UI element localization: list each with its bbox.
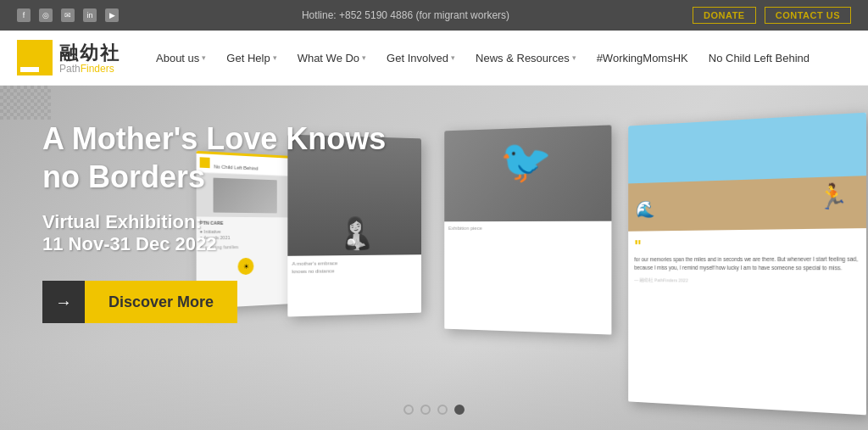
- nav-get-help[interactable]: Get Help ▾: [216, 52, 287, 64]
- nav-news[interactable]: News & Resources ▾: [465, 52, 587, 64]
- arrow-icon: →: [42, 281, 85, 323]
- hero-date: 11 Nov-31 Dec 2022: [42, 233, 398, 255]
- logo-finders-text: Finders: [81, 63, 114, 75]
- dot-4[interactable]: [454, 405, 465, 415]
- hero-title: A Mother's Love Knows no Borders: [42, 120, 398, 196]
- nav-about[interactable]: About us ▾: [146, 52, 216, 64]
- hero-section: No Child Left Behind PTN CARE ● Initiati…: [0, 86, 868, 430]
- facebook-icon[interactable]: f: [17, 8, 31, 22]
- contact-button[interactable]: CONTACT US: [765, 7, 851, 24]
- chevron-down-icon: ▾: [362, 53, 366, 62]
- hero-subtitle: Virtual Exhibition:: [42, 211, 398, 233]
- dot-1[interactable]: [403, 405, 414, 415]
- logo[interactable]: 融幼社 PathFinders: [17, 40, 120, 75]
- nav-what-we-do[interactable]: What We Do ▾: [287, 52, 376, 64]
- discover-more-button[interactable]: → Discover More: [42, 281, 398, 323]
- logo-english-text: PathFinders: [59, 63, 120, 75]
- carousel-dots[interactable]: [403, 405, 465, 415]
- donate-button[interactable]: DONATE: [693, 7, 756, 24]
- chevron-down-icon: ▾: [202, 53, 206, 62]
- hero-text-content: A Mother's Love Knows no Borders Virtual…: [42, 120, 398, 323]
- instagram-icon[interactable]: ◎: [39, 8, 53, 22]
- dot-3[interactable]: [437, 405, 448, 415]
- linkedin-icon[interactable]: in: [83, 8, 97, 22]
- exhibition-panel-quote: 🏃 🌊 " for our memories span the miles an…: [628, 113, 866, 416]
- main-nav: About us ▾ Get Help ▾ What We Do ▾ Get I…: [146, 52, 851, 64]
- nav-workingmoms[interactable]: #WorkingMomsHK: [587, 52, 698, 64]
- exhibition-panel-right: 🐦 Exhibition piece: [444, 125, 611, 334]
- logo-square-icon: [17, 40, 53, 75]
- decoration-pattern: [0, 86, 51, 120]
- quote-text: for our memories span the miles and in s…: [634, 255, 859, 274]
- dot-2[interactable]: [420, 405, 431, 415]
- chevron-down-icon: ▾: [572, 53, 576, 62]
- youtube-icon[interactable]: ▶: [105, 8, 119, 22]
- hotline-text: Hotline: +852 5190 4886 (for migrant wor…: [119, 9, 693, 21]
- logo-path-text: Path: [59, 63, 81, 75]
- discover-label: Discover More: [85, 281, 237, 323]
- email-icon[interactable]: ✉: [61, 8, 75, 22]
- nav-get-involved[interactable]: Get Involved ▾: [376, 52, 465, 64]
- logo-chinese-text: 融幼社: [59, 42, 120, 64]
- chevron-down-icon: ▾: [451, 53, 455, 62]
- top-bar: f ◎ ✉ in ▶ Hotline: +852 5190 4886 (for …: [0, 0, 868, 31]
- social-links[interactable]: f ◎ ✉ in ▶: [17, 8, 119, 22]
- nav-no-child[interactable]: No Child Left Behind: [698, 52, 820, 64]
- navbar: 融幼社 PathFinders About us ▾ Get Help ▾ Wh…: [0, 31, 868, 86]
- chevron-down-icon: ▾: [273, 53, 277, 62]
- topbar-buttons[interactable]: DONATE CONTACT US: [693, 7, 851, 24]
